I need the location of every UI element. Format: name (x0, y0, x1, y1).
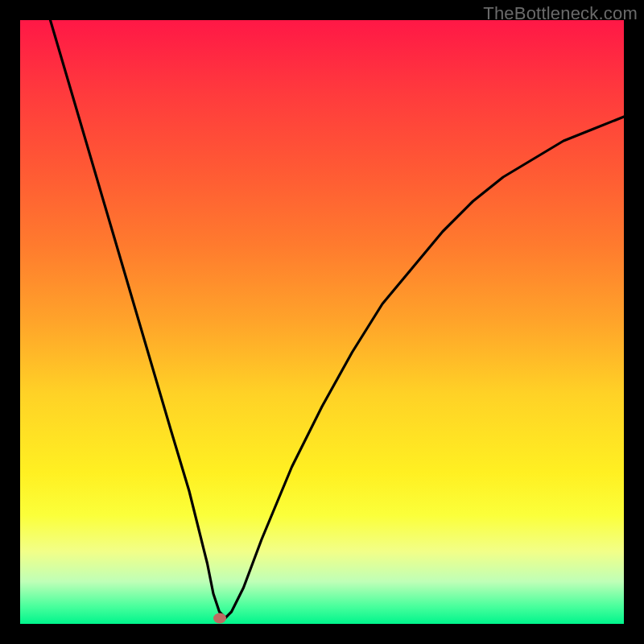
curve-path (51, 20, 625, 618)
bottleneck-curve (20, 20, 624, 624)
plot-area (20, 20, 624, 624)
optimal-point-marker (213, 613, 226, 623)
chart-frame: TheBottleneck.com (0, 0, 644, 644)
watermark-text: TheBottleneck.com (483, 3, 638, 24)
